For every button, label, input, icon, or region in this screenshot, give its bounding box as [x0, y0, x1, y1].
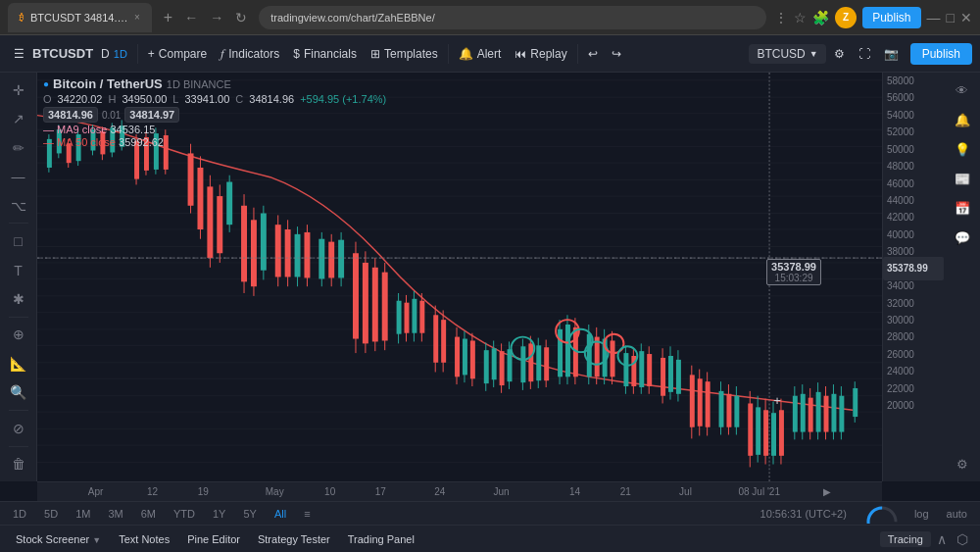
lt-sep2 [9, 317, 28, 318]
calendar-btn[interactable]: 📅 [949, 194, 976, 222]
stock-screener-label: Stock Screener [16, 533, 89, 545]
pitchfork-tool[interactable]: ⌥ [5, 192, 32, 219]
log-btn[interactable]: log [909, 506, 934, 522]
undo-icon: ↩ [588, 47, 598, 61]
crosshair-tool[interactable]: ✛ [5, 76, 32, 103]
star-icon[interactable]: ☆ [794, 10, 807, 25]
period-6m[interactable]: 6M [136, 506, 161, 522]
close-val: 34814.96 [249, 93, 294, 105]
snapshot-btn[interactable]: 📷 [878, 43, 905, 65]
zoom-tool[interactable]: 🔍 [5, 379, 32, 406]
svg-text:20000: 20000 [887, 400, 914, 411]
price-axis-svg: 58000 56000 54000 52000 50000 48000 4600… [883, 73, 944, 481]
address-bar[interactable]: tradingview.com/chart/ZahEBBNe/ [259, 6, 766, 29]
crosshair-price-tag: 35378.99 15:03:29 [766, 259, 821, 285]
indicators-btn[interactable]: 𝑓 Indicators [215, 42, 285, 66]
chart-type-btn[interactable]: ≡ [299, 506, 315, 522]
templates-btn[interactable]: ⊞ Templates [365, 43, 444, 65]
snapshot-icon: 📷 [884, 47, 899, 61]
maximize-btn[interactable]: □ [947, 10, 955, 25]
auto-btn[interactable]: auto [942, 506, 972, 522]
rectangle-tool[interactable]: □ [5, 227, 32, 254]
draw-tool[interactable]: ✏ [5, 134, 32, 161]
strategy-tester-btn[interactable]: Strategy Tester [250, 530, 338, 548]
settings-btn[interactable]: ⚙ [828, 43, 851, 65]
interval-selector[interactable]: D 1D [95, 43, 133, 65]
horizontal-line-tool[interactable]: — [5, 163, 32, 189]
alerts-sidebar-btn[interactable]: 🔔 [949, 106, 976, 133]
btcusd-label: BTCUSD [757, 47, 805, 61]
news-btn[interactable]: 📰 [949, 165, 976, 192]
nav-forward-btn[interactable]: → [206, 8, 227, 27]
profile-btn[interactable]: Z [835, 7, 857, 28]
chart-info-overlay: ● Bitcoin / TetherUS 1D BINANCE O 34220.… [43, 76, 386, 148]
publish-btn[interactable]: Publish [862, 7, 920, 28]
svg-text:44000: 44000 [887, 195, 914, 206]
stock-screener-btn[interactable]: Stock Screener ▼ [8, 530, 109, 548]
ruler-tool[interactable]: 📐 [5, 350, 32, 376]
svg-text:48000: 48000 [887, 161, 914, 172]
period-3m[interactable]: 3M [103, 506, 127, 522]
footer-expand-btn[interactable]: ⬡ [953, 531, 972, 547]
svg-text:46000: 46000 [887, 178, 914, 189]
nav-refresh-btn[interactable]: ↻ [231, 8, 251, 27]
chart-area[interactable]: ● Bitcoin / TetherUS 1D BINANCE O 34220.… [37, 73, 882, 481]
browser-tab[interactable]: ₿ BTCUSDT 34814.96 ▲ +1.74% B... × [8, 3, 152, 32]
compare-label: Compare [159, 47, 207, 61]
minimize-btn[interactable]: — [927, 10, 941, 25]
pine-editor-btn[interactable]: Pine Editor [179, 530, 248, 548]
replay-btn[interactable]: ⏮ Replay [509, 43, 572, 65]
svg-rect-99 [455, 337, 460, 377]
alert-btn[interactable]: 🔔 Alert [453, 43, 508, 65]
period-all[interactable]: All [270, 506, 291, 522]
undo-btn[interactable]: ↩ [582, 43, 604, 65]
extension-icon[interactable]: 🧩 [812, 10, 829, 25]
symbol-info[interactable]: BTCUSDT [32, 46, 93, 61]
svg-rect-117 [536, 345, 541, 380]
price-delta: 0.01 [102, 110, 121, 121]
high-label: H [108, 93, 116, 105]
nav-back-btn[interactable]: ← [180, 8, 202, 27]
templates-icon: ⊞ [370, 47, 380, 61]
rs-settings-btn[interactable]: ⚙ [949, 450, 976, 477]
browser-actions: ⋮ ☆ 🧩 Z Publish — □ ✕ [774, 7, 972, 28]
financials-btn[interactable]: $ Financials [287, 43, 363, 65]
tab-close-btn[interactable]: × [134, 12, 140, 23]
fullscreen-btn[interactable]: ⛶ [853, 43, 876, 65]
compare-btn[interactable]: + Compare [142, 43, 213, 65]
footer-toolbar: Stock Screener ▼ Text Notes Pine Editor … [0, 525, 980, 552]
period-1d[interactable]: 1D [8, 506, 31, 522]
period-ytd[interactable]: YTD [169, 506, 200, 522]
dropdown-icon: ▼ [809, 49, 818, 59]
trend-line-tool[interactable]: ↗ [5, 105, 32, 131]
trash-tool[interactable]: 🗑 [5, 451, 32, 477]
period-5d[interactable]: 5D [39, 506, 63, 522]
menu-btn[interactable]: ☰ [8, 43, 30, 65]
extensions-icon[interactable]: ⋮ [774, 10, 788, 25]
new-tab-btn[interactable]: + [164, 9, 172, 26]
ideas-btn[interactable]: 💡 [949, 135, 976, 163]
period-1y[interactable]: 1Y [208, 506, 230, 522]
chat-btn[interactable]: 💬 [949, 224, 976, 251]
price-tag-2: 34814.97 [124, 107, 179, 123]
watchlist-btn[interactable]: 👁 [949, 76, 976, 104]
period-5y[interactable]: 5Y [238, 506, 261, 522]
footer-collapse-btn[interactable]: ∧ [933, 531, 951, 547]
menu-icon: ☰ [14, 47, 24, 61]
text-tool[interactable]: T [5, 257, 32, 283]
note-tool[interactable]: ✱ [5, 285, 32, 312]
btcusd-badge[interactable]: BTCUSD ▼ [749, 44, 825, 64]
publish-chart-btn[interactable]: Publish [910, 43, 972, 65]
price-axis: 58000 56000 54000 52000 50000 48000 4600… [882, 73, 943, 481]
measure-tool[interactable]: ⊕ [5, 322, 32, 348]
low-label: L [172, 93, 178, 105]
svg-text:56000: 56000 [887, 92, 914, 103]
period-1m[interactable]: 1M [71, 506, 95, 522]
text-notes-btn[interactable]: Text Notes [111, 530, 177, 548]
tracing-badge[interactable]: Tracing [880, 531, 931, 547]
trading-panel-btn[interactable]: Trading Panel [340, 530, 422, 548]
redo-btn[interactable]: ↪ [606, 43, 627, 65]
lt-sep3 [9, 410, 28, 411]
magnet-tool[interactable]: ⊘ [5, 415, 32, 441]
close-btn[interactable]: ✕ [960, 10, 972, 25]
